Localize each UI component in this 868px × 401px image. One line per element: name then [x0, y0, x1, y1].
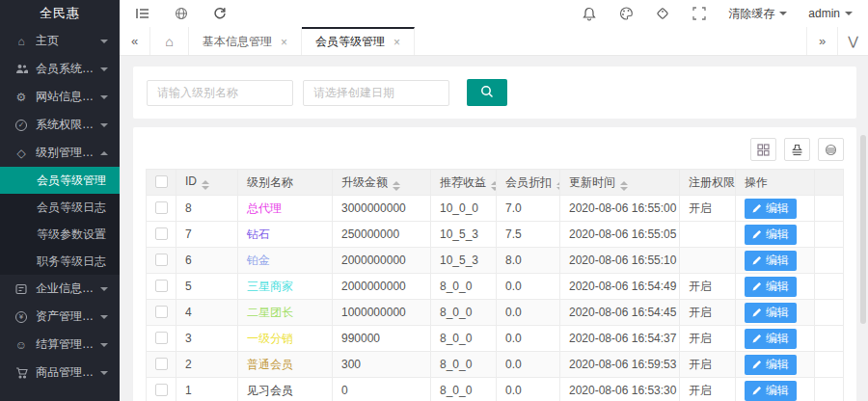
column-header[interactable]: 会员折扣 — [497, 170, 560, 196]
sidebar-item-enterprise-info[interactable]: 企业信息管理 — [0, 275, 120, 303]
edit-button[interactable]: 编辑 — [745, 381, 797, 401]
cell-updated-time: 2020-08-06 16:55:00 — [560, 196, 680, 222]
row-checkbox[interactable] — [155, 384, 168, 396]
tag-icon[interactable] — [655, 6, 670, 21]
cell-id: 5 — [176, 274, 238, 300]
cell-actions: 编辑 — [736, 352, 815, 378]
column-header[interactable]: 推荐收益 — [431, 170, 497, 196]
sidebar-item-level-system[interactable]: ◇级别管理系统 — [0, 139, 120, 167]
sidebar-subitem[interactable]: 会员等级管理 — [0, 167, 120, 194]
sort-icon[interactable] — [393, 181, 400, 191]
chevron-down-icon — [845, 12, 853, 15]
cell-referral-income: 10_5_3 — [431, 248, 497, 274]
edit-button[interactable]: 编辑 — [745, 329, 797, 349]
select-all-checkbox[interactable] — [155, 175, 168, 188]
sort-icon[interactable] — [556, 181, 560, 191]
cell-id: 4 — [176, 300, 238, 326]
tabs-menu-button[interactable]: ⋁ — [837, 27, 868, 55]
column-header[interactable]: 更新时间 — [560, 170, 680, 196]
row-checkbox[interactable] — [155, 332, 168, 344]
bell-icon[interactable] — [582, 6, 597, 21]
sidebar-item-label: 级别管理系统 — [36, 145, 100, 161]
close-icon[interactable]: × — [393, 36, 400, 49]
sidebar-item-home[interactable]: ⌂主页 — [0, 27, 120, 55]
cell-member-discount: 7.0 — [497, 196, 560, 222]
sort-icon[interactable] — [620, 181, 628, 191]
sidebar-subitem[interactable]: 等级参数设置 — [0, 221, 120, 248]
refresh-icon[interactable] — [212, 6, 228, 21]
pencil-icon — [752, 386, 762, 395]
row-checkbox[interactable] — [155, 280, 168, 292]
diamond-icon: ◇ — [14, 147, 28, 160]
search-button[interactable] — [467, 79, 507, 106]
tab-list: 基本信息管理×会员等级管理× — [189, 27, 415, 55]
cell-register-permission — [680, 248, 736, 274]
edit-button[interactable]: 编辑 — [745, 225, 797, 245]
edit-button[interactable]: 编辑 — [745, 251, 797, 271]
sidebar-subitem[interactable]: 职务等级日志 — [0, 248, 120, 275]
sidebar-item-goods[interactable]: 商品管理系统 — [0, 359, 120, 387]
column-header[interactable]: 升级金额 — [333, 170, 431, 196]
tab[interactable]: 基本信息管理× — [189, 27, 302, 55]
topbar-right: 清除缓存 admin — [582, 6, 853, 22]
create-date-input[interactable] — [303, 80, 449, 106]
sort-icon[interactable] — [491, 181, 497, 191]
fullscreen-icon[interactable] — [692, 6, 707, 21]
collapse-icon[interactable] — [135, 6, 150, 21]
filler-cell — [815, 352, 844, 378]
sidebar-item-label: 会员系统管理 — [36, 61, 100, 77]
tab-label: 基本信息管理 — [203, 34, 272, 50]
cell-actions: 编辑 — [736, 222, 815, 248]
sidebar: 全民惠 ⌂主页会员系统管理⚙网站信息管理✓系统权限管理◇级别管理系统会员等级管理… — [0, 0, 120, 401]
clear-cache-button[interactable]: 清除缓存 — [728, 6, 787, 22]
sidebar-item-settlement[interactable]: ☺结算管理系统 — [0, 331, 120, 359]
chevron-down-icon — [100, 123, 108, 127]
cell-level-name: 三星商家 — [238, 274, 333, 300]
edit-button[interactable]: 编辑 — [745, 199, 797, 219]
users-icon — [14, 64, 28, 74]
cell-referral-income: 8_0_0 — [431, 300, 497, 326]
cell-id: 1 — [176, 378, 238, 401]
vertical-scrollbar[interactable] — [860, 135, 866, 324]
home-tab[interactable]: ⌂ — [150, 27, 189, 55]
row-checkbox[interactable] — [155, 306, 168, 318]
sidebar-item-label: 主页 — [36, 33, 59, 49]
sidebar-item-site-info[interactable]: ⚙网站信息管理 — [0, 83, 120, 111]
sort-icon[interactable] — [202, 180, 209, 190]
cell-upgrade-amount: 1000000000 — [333, 300, 431, 326]
sidebar-item-member-system[interactable]: 会员系统管理 — [0, 55, 120, 83]
search-icon — [480, 85, 494, 101]
chevron-up-icon — [100, 151, 108, 155]
sidebar-subitem[interactable]: 会员等级日志 — [0, 194, 120, 221]
tab[interactable]: 会员等级管理× — [302, 27, 415, 55]
table-row: 2普通会员3008_0_00.02020-08-06 16:59:53开启编辑 — [147, 352, 844, 378]
sidebar-submenu: 会员等级管理会员等级日志等级参数设置职务等级日志 — [0, 167, 120, 275]
edit-button[interactable]: 编辑 — [745, 355, 797, 375]
tabs-scroll-left-button[interactable]: « — [120, 27, 150, 55]
sidebar-item-label: 企业信息管理 — [36, 281, 100, 297]
edit-button[interactable]: 编辑 — [745, 277, 797, 297]
sidebar-item-label: 资产管理系统 — [36, 308, 100, 325]
print-icon[interactable] — [818, 138, 844, 161]
column-header[interactable]: 注册权限 — [680, 170, 736, 196]
level-name-input[interactable] — [147, 80, 293, 106]
close-icon[interactable]: × — [281, 36, 287, 49]
cell-upgrade-amount: 3000000000 — [333, 196, 431, 222]
globe-icon[interactable] — [174, 6, 189, 21]
edit-button[interactable]: 编辑 — [745, 303, 797, 323]
row-checkbox[interactable] — [155, 358, 168, 370]
topbar-left — [135, 6, 228, 21]
tabs-scroll-right-button[interactable]: » — [806, 27, 837, 55]
row-checkbox[interactable] — [155, 227, 168, 240]
column-header[interactable]: ID — [176, 170, 238, 196]
filter-columns-icon[interactable] — [750, 138, 776, 161]
cell-member-discount: 0.0 — [497, 300, 560, 326]
row-checkbox[interactable] — [155, 201, 168, 214]
sidebar-item-assets[interactable]: ¥资产管理系统 — [0, 303, 120, 331]
row-checkbox[interactable] — [155, 254, 168, 266]
export-icon[interactable] — [784, 138, 810, 161]
sidebar-item-permissions[interactable]: ✓系统权限管理 — [0, 111, 120, 139]
theme-icon[interactable] — [618, 6, 634, 21]
user-menu[interactable]: admin — [808, 7, 853, 20]
cell-level-name: 二星团长 — [238, 300, 333, 326]
